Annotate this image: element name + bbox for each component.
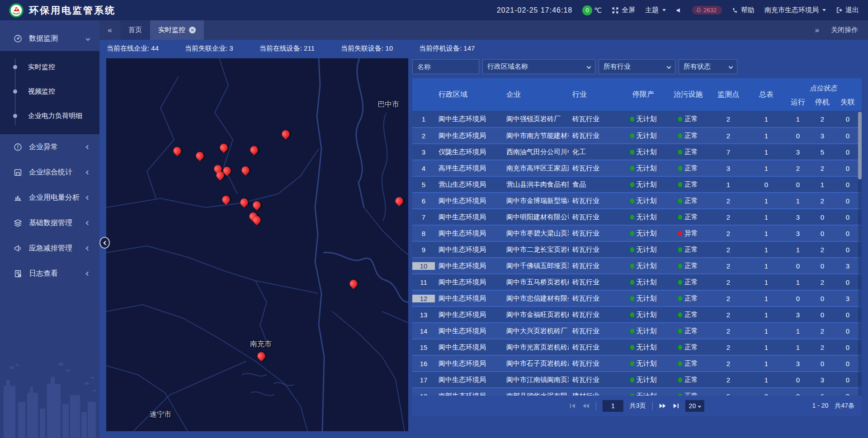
next-page-button[interactable] <box>659 403 666 409</box>
tab-home[interactable]: 首页 <box>120 20 150 40</box>
cell-facility-status: 正常 <box>666 197 710 205</box>
cell-total-meters: 1 <box>747 311 786 319</box>
page-size-select[interactable]: 20 <box>685 400 705 412</box>
cell-running: 0 <box>786 392 810 396</box>
status-dot-icon <box>630 247 634 252</box>
chevron-left-icon <box>86 246 90 250</box>
close-operations-button[interactable]: 关闭操作 <box>831 26 858 34</box>
sidebar-item-base-data[interactable]: 基础数据管理 <box>0 210 99 235</box>
table-scrollbar[interactable] <box>858 111 862 396</box>
sidebar-subitem-realtime[interactable]: 实时监控 <box>0 55 99 79</box>
close-icon[interactable]: ✕ <box>189 27 196 33</box>
sidebar-item-data-monitor[interactable]: 数据监测 <box>0 26 99 51</box>
table-row[interactable]: 8阆中生态环境局阆中市枣碧大梁山页岩砖瓦行业无计划异常21300 <box>412 225 862 241</box>
sound-mute-button[interactable] <box>676 7 682 14</box>
table-row[interactable]: 13阆中生态环境局阆中市金福旺页岩机砖砖瓦行业无计划正常21300 <box>412 306 862 322</box>
status-select[interactable]: 所有状态 <box>679 59 737 74</box>
cell-monitor-points: 2 <box>710 213 747 221</box>
industry-select[interactable]: 所有行业 <box>599 59 675 74</box>
name-filter[interactable] <box>412 59 479 74</box>
table-row[interactable]: 15阆中生态环境局阆中市光富页岩机砖厂砖瓦行业无计划正常21120 <box>412 339 862 355</box>
table-row[interactable]: 3仪陇生态环境局西南油气田分公司川中化工无计划正常71350 <box>412 143 862 160</box>
cell-company: 阆中市江南镇阆南页岩 <box>503 376 569 384</box>
sidebar-item-enterprise-stats[interactable]: 企业综合统计 <box>0 160 99 185</box>
cell-running: 3 <box>786 148 810 156</box>
table-row[interactable]: 2阆中生态环境局阆中市南方节能建材有砖瓦行业无计划正常21030 <box>412 127 862 143</box>
map-panel[interactable]: 巴中市南充市遂宁市 <box>106 58 408 431</box>
cell-limit-status: 无计划 <box>620 229 666 238</box>
table-row[interactable]: 18南部生态环境局南部县砌华水泥有限公建材行业无计划正常60060 <box>412 387 862 396</box>
sidebar-subitem-power-load[interactable]: 企业电力负荷明细 <box>0 104 99 128</box>
column-header: 监测点 <box>710 78 747 111</box>
sidebar-item-label: 日志查看 <box>29 269 86 278</box>
notification-badge[interactable]: 2632 <box>692 6 722 14</box>
cell-running: 1 <box>786 115 810 123</box>
cell-stopped: 3 <box>810 376 835 384</box>
scrollbar-thumb[interactable] <box>858 112 862 179</box>
phone-icon <box>732 7 738 14</box>
status-dot-icon <box>630 166 634 171</box>
table-row[interactable]: 11阆中生态环境局阆中市五马桥页岩机砖砖瓦行业无计划正常21120 <box>412 273 862 290</box>
sidebar-subitem-video[interactable]: 视频监控 <box>0 79 99 104</box>
table-row[interactable]: 10阆中生态环境局阆中千佛镇五郎垭页岩砖瓦行业无计划正常21003 <box>412 257 862 273</box>
sidebar-item-logs[interactable]: 日志查看 <box>0 261 99 286</box>
cell-stopped: 2 <box>810 344 835 351</box>
point-status-group-header: 点位状态运行停机失联 <box>786 78 861 111</box>
cell-total-meters: 1 <box>747 344 786 351</box>
cell-total-meters: 1 <box>747 197 786 205</box>
cell-offline: 0 <box>835 213 861 221</box>
cell-offline: 0 <box>835 392 861 396</box>
limit-status-text: 无计划 <box>637 294 657 303</box>
status-dot-icon <box>630 117 634 122</box>
table-row[interactable]: 17阆中生态环境局阆中市江南镇阆南页岩砖瓦行业无计划正常21030 <box>412 371 862 387</box>
table-row[interactable]: 16阆中生态环境局阆中市石子页岩机砖厂砖瓦行业无计划正常21300 <box>412 355 862 371</box>
last-page-button[interactable] <box>673 403 679 409</box>
sidebar-item-emergency[interactable]: 应急减排管理 <box>0 235 99 261</box>
status-dot-icon <box>630 182 634 187</box>
page-number-input[interactable] <box>603 400 623 412</box>
cell-company: 阆中市五马桥页岩机砖 <box>503 278 569 287</box>
logout-button[interactable]: 退出 <box>836 6 859 14</box>
sidebar-item-label: 企业综合统计 <box>29 168 86 177</box>
cell-running: 1 <box>786 278 810 286</box>
first-page-button[interactable] <box>570 403 576 409</box>
column-header: 运行 <box>786 94 810 111</box>
table-row[interactable]: 14阆中生态环境局阆中大兴页岩机砖厂砖瓦行业无计划正常21120 <box>412 322 862 339</box>
divider <box>652 402 653 410</box>
tabs-scroll-left-button[interactable]: « <box>99 20 120 40</box>
cell-stopped: 2 <box>810 327 835 335</box>
name-input[interactable] <box>417 63 474 71</box>
sidebar-item-enterprise-abnormal[interactable]: 企业异常 <box>0 134 99 160</box>
theme-menu-button[interactable]: 主题 <box>645 6 666 14</box>
fullscreen-button[interactable]: 全屏 <box>612 6 635 14</box>
org-menu-button[interactable]: 南充市生态环境局 <box>764 6 826 14</box>
cell-facility-status: 正常 <box>666 359 710 368</box>
table-row[interactable]: 9阆中生态环境局阆中市二龙长宝页岩砖砖瓦行业无计划正常21120 <box>412 241 862 257</box>
table-row[interactable]: 7阆中生态环境局阆中明阳建材有限公司砖瓦行业无计划正常21300 <box>412 208 862 225</box>
facility-status-text: 正常 <box>684 132 698 140</box>
status-dot-icon <box>678 166 682 171</box>
sidebar-item-power-analysis[interactable]: 企业用电量分析 <box>0 185 99 210</box>
prev-page-button[interactable] <box>582 403 590 409</box>
table-row[interactable]: 12阆中生态环境局阆中市忠信建材有限公砖瓦行业无计划正常21003 <box>412 290 862 306</box>
tab-realtime-monitor[interactable]: 实时监控 ✕ <box>150 20 204 40</box>
tabs-scroll-right-button[interactable]: » <box>815 26 819 35</box>
table-row[interactable]: 5营山生态环境局营山县润丰肉食品有限食品无计划正常10010 <box>412 176 862 192</box>
cell-total-meters: 1 <box>747 376 786 384</box>
chevron-left-icon <box>86 221 90 225</box>
cell-index: 2 <box>412 132 435 140</box>
help-button[interactable]: 帮助 <box>732 6 755 14</box>
status-select-value: 所有状态 <box>684 62 711 71</box>
chevron-left-icon <box>86 145 90 149</box>
cell-monitor-points: 7 <box>710 148 747 156</box>
sidebar-collapse-handle[interactable] <box>99 237 110 249</box>
region-select[interactable]: 行政区域名称 <box>482 59 595 74</box>
facility-status-text: 正常 <box>684 392 698 396</box>
facility-status-text: 正常 <box>684 278 698 287</box>
table-row[interactable]: 6阆中生态环境局阆中市金博瑞新型墙材砖瓦行业无计划正常21120 <box>412 192 862 208</box>
status-dot-icon <box>678 377 682 382</box>
table-row[interactable]: 4高坪生态环境局南充市高坪区王家店建砖瓦行业无计划正常31220 <box>412 160 862 176</box>
table-row[interactable]: 1阆中生态环境局阆中强锐页岩砖厂砖瓦行业无计划正常21120 <box>412 111 862 127</box>
cell-company: 阆中市忠信建材有限公 <box>503 294 569 303</box>
chevron-left-icon <box>103 240 108 245</box>
